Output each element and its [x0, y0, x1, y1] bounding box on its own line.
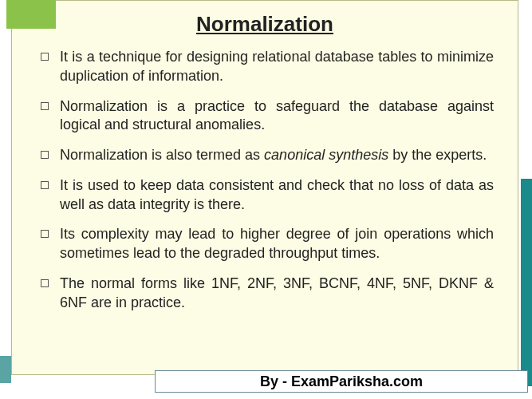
bullet-icon — [41, 230, 49, 238]
bullet-text: Its complexity may lead to higher degree… — [60, 225, 494, 263]
decor-green-block — [6, 0, 56, 29]
bullet-text-post: by the experts. — [388, 147, 487, 163]
bullet-text: It is a technique for designing relation… — [60, 48, 494, 86]
decor-teal-left — [0, 356, 11, 383]
bullet-text-pre: Normalization is also termed as — [60, 147, 264, 163]
attribution-bar: By - ExamPariksha.com — [155, 370, 528, 393]
slide-title: Normalization — [12, 1, 518, 43]
bullet-icon — [41, 151, 49, 159]
list-item: Normalization is also termed as canonica… — [41, 146, 494, 165]
list-item: Its complexity may lead to higher degree… — [41, 225, 494, 263]
bullet-icon — [41, 279, 49, 287]
list-item: Normalization is a practice to safeguard… — [41, 97, 494, 136]
decor-teal-right — [521, 179, 532, 386]
bullet-text: It is used to keep data consistent and c… — [60, 176, 494, 215]
slide-body: Normalization It is a technique for desi… — [11, 0, 518, 375]
bullet-text-italic: canonical synthesis — [264, 147, 388, 163]
list-item: It is used to keep data consistent and c… — [41, 176, 494, 215]
bullet-icon — [41, 181, 49, 189]
bullet-icon — [41, 102, 49, 110]
bullet-text: Normalization is also termed as canonica… — [60, 146, 494, 165]
list-item: The normal forms like 1NF, 2NF, 3NF, BCN… — [41, 275, 494, 313]
attribution-text: By - ExamPariksha.com — [260, 373, 423, 390]
bullet-list: It is a technique for designing relation… — [12, 43, 518, 312]
bullet-icon — [41, 53, 49, 61]
list-item: It is a technique for designing relation… — [41, 48, 494, 86]
bullet-text: The normal forms like 1NF, 2NF, 3NF, BCN… — [60, 275, 494, 313]
bullet-text: Normalization is a practice to safeguard… — [60, 97, 494, 136]
